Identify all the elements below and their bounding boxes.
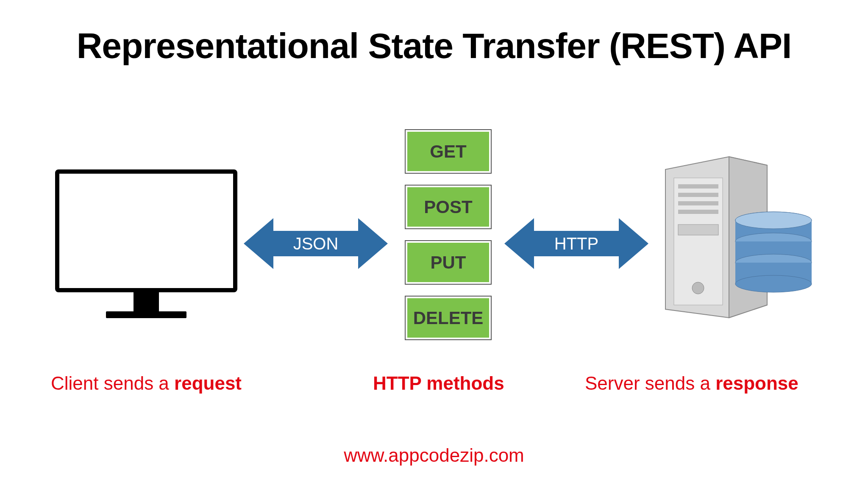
server-caption-prefix: Server sends a bbox=[585, 373, 715, 394]
http-arrow-icon: HTTP bbox=[504, 216, 648, 271]
client-caption-bold: request bbox=[174, 373, 242, 394]
svg-rect-3 bbox=[678, 184, 718, 189]
method-get: GET bbox=[405, 129, 492, 174]
client-caption: Client sends a request bbox=[51, 373, 242, 394]
svg-point-16 bbox=[735, 212, 812, 229]
http-arrow-label: HTTP bbox=[554, 234, 598, 253]
svg-point-15 bbox=[735, 275, 812, 292]
server-icon bbox=[657, 152, 814, 324]
json-arrow-icon: JSON bbox=[244, 216, 388, 271]
server-caption-bold: response bbox=[715, 373, 798, 394]
method-delete: DELETE bbox=[405, 296, 492, 340]
svg-rect-6 bbox=[678, 210, 718, 214]
svg-point-8 bbox=[692, 282, 704, 294]
svg-rect-4 bbox=[678, 193, 718, 197]
server-caption: Server sends a response bbox=[585, 373, 798, 394]
svg-rect-7 bbox=[678, 225, 718, 235]
methods-caption: HTTP methods bbox=[373, 373, 504, 394]
http-methods-column: GET POST PUT DELETE bbox=[405, 129, 492, 340]
diagram-title: Representational State Transfer (REST) A… bbox=[0, 25, 868, 67]
svg-rect-5 bbox=[678, 201, 718, 205]
footer-url: www.appcodezip.com bbox=[0, 445, 868, 466]
method-post: POST bbox=[405, 185, 492, 229]
method-put: PUT bbox=[405, 240, 492, 285]
client-monitor-icon bbox=[55, 169, 237, 318]
json-arrow-label: JSON bbox=[293, 234, 339, 253]
client-caption-prefix: Client sends a bbox=[51, 373, 174, 394]
